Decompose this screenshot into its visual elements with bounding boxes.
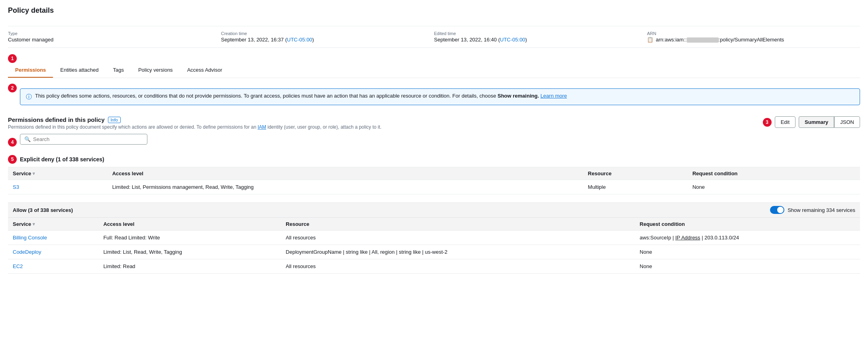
allow-service-ec2: EC2: [8, 259, 98, 274]
meta-edited: Edited time September 13, 2022, 16:40 (U…: [434, 31, 647, 43]
permissions-content: Permissions defined in this policy Info …: [8, 111, 860, 274]
show-remaining-label: Show remaining 334 services: [788, 207, 855, 213]
allow-service-sort-icon[interactable]: ▿: [33, 222, 35, 226]
iam-link[interactable]: IAM: [258, 124, 266, 130]
learn-more-link[interactable]: Learn more: [541, 93, 567, 99]
s3-link[interactable]: S3: [13, 184, 19, 190]
service-sort-icon[interactable]: ▿: [33, 171, 35, 176]
copy-arn-icon[interactable]: 📋: [647, 37, 653, 43]
search-icon: 🔍: [24, 136, 31, 142]
info-icon: ⓘ: [26, 93, 32, 101]
allow-section: Allow (3 of 338 services) Show remaining…: [8, 202, 860, 274]
tab-tags[interactable]: Tags: [106, 63, 131, 78]
show-remaining-toggle[interactable]: [770, 206, 784, 214]
allow-resource-billing: All resources: [281, 231, 635, 245]
table-row: EC2 Limited: Read All resources None: [8, 259, 860, 274]
step2-badge: 2: [8, 84, 17, 92]
allow-col-resource: Resource: [281, 218, 635, 231]
info-banner: ⓘ This policy defines some actions, reso…: [20, 88, 860, 105]
table-row: S3 Limited: List, Permissions management…: [8, 180, 860, 194]
permissions-section-header: Permissions defined in this policy Info …: [8, 111, 860, 130]
tab-entities-attached[interactable]: Entities attached: [53, 63, 106, 78]
summary-button[interactable]: Summary: [799, 116, 834, 128]
deny-condition-s3: None: [688, 180, 860, 194]
deny-col-access-level: Access level: [108, 167, 583, 180]
allow-condition-billing: aws:SourceIp | IP Address | 203.0.113.0/…: [635, 231, 860, 245]
allow-col-request-condition: Request condition: [635, 218, 860, 231]
edit-button[interactable]: Edit: [775, 116, 796, 128]
step3-badge: 3: [763, 118, 772, 127]
edited-utc-link[interactable]: UTC-05:00: [500, 37, 525, 43]
search-input[interactable]: [33, 136, 143, 142]
tab-policy-versions[interactable]: Policy versions: [131, 63, 180, 78]
allow-table: Service▿ Access level Resource Request c…: [8, 217, 860, 274]
meta-section: Type Customer managed Creation time Sept…: [8, 26, 860, 48]
meta-creation: Creation time September 13, 2022, 16:37 …: [221, 31, 434, 43]
json-button[interactable]: JSON: [834, 116, 860, 128]
allow-access-billing: Full: Read Limited: Write: [98, 231, 281, 245]
billing-console-link[interactable]: Billing Console: [13, 235, 47, 241]
allow-section-header: Allow (3 of 338 services) Show remaining…: [8, 202, 860, 217]
allow-section-title: Allow (3 of 338 services): [13, 207, 73, 213]
step1-badge: 1: [8, 54, 17, 63]
step4-badge: 4: [8, 138, 17, 147]
tabs-container: Permissions Entities attached Tags Polic…: [8, 63, 860, 78]
deny-access-level-s3: Limited: List, Permissions management, R…: [108, 180, 583, 194]
meta-arn: ARN 📋 arn:aws:iam:::policy/SummaryAllEle…: [647, 31, 860, 43]
table-row: CodeDeploy Limited: List, Read, Write, T…: [8, 245, 860, 259]
allow-resource-codedeploy: DeploymentGroupName | string like | All,…: [281, 245, 635, 259]
allow-condition-ec2: None: [635, 259, 860, 274]
deny-service-s3: S3: [8, 180, 108, 194]
view-toggle: Summary JSON: [799, 116, 860, 128]
deny-section: 5 Explicit deny (1 of 338 services) Serv…: [8, 155, 860, 194]
allow-col-service: Service▿: [8, 218, 98, 231]
deny-table: Service▿ Access level Resource Request c…: [8, 167, 860, 194]
arn-account-id: [687, 37, 719, 43]
ec2-link[interactable]: EC2: [13, 263, 23, 269]
allow-service-codedeploy: CodeDeploy: [8, 245, 98, 259]
tab-permissions[interactable]: Permissions: [8, 63, 53, 78]
codedeploy-link[interactable]: CodeDeploy: [13, 249, 41, 255]
allow-resource-ec2: All resources: [281, 259, 635, 274]
page-title: Policy details: [8, 6, 54, 15]
allow-col-access-level: Access level: [98, 218, 281, 231]
allow-condition-codedeploy: None: [635, 245, 860, 259]
deny-col-service: Service▿: [8, 167, 108, 180]
meta-type: Type Customer managed: [8, 31, 221, 43]
allow-access-codedeploy: Limited: List, Read, Write, Tagging: [98, 245, 281, 259]
deny-col-request-condition: Request condition: [688, 167, 860, 180]
permissions-info-badge[interactable]: Info: [108, 117, 121, 123]
deny-col-resource: Resource: [583, 167, 688, 180]
allow-access-ec2: Limited: Read: [98, 259, 281, 274]
search-box: 🔍: [20, 134, 147, 145]
deny-resource-s3: Multiple: [583, 180, 688, 194]
permissions-section-title: Permissions defined in this policy: [8, 116, 105, 123]
table-row: Billing Console Full: Read Limited: Writ…: [8, 231, 860, 245]
deny-section-title: Explicit deny (1 of 338 services): [20, 156, 104, 163]
tab-access-advisor[interactable]: Access Advisor: [180, 63, 229, 78]
allow-service-billing: Billing Console: [8, 231, 98, 245]
step5-badge: 5: [8, 155, 17, 164]
creation-utc-link[interactable]: UTC-05:00: [287, 37, 312, 43]
